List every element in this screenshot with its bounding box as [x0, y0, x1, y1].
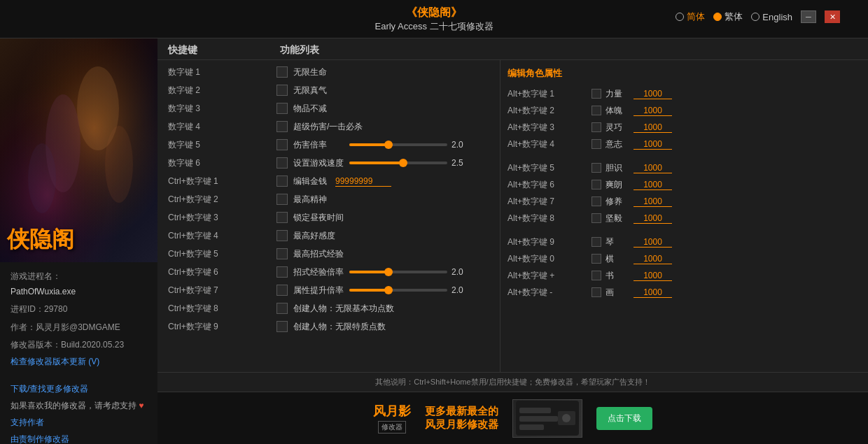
- attr-checkbox-4[interactable]: [592, 163, 601, 173]
- input-money[interactable]: [335, 176, 391, 187]
- attr-input-6[interactable]: [634, 196, 672, 207]
- slider-track-11[interactable]: [349, 271, 447, 273]
- attr-checkbox-6[interactable]: [592, 196, 601, 206]
- attr-checkbox-8[interactable]: [592, 237, 601, 247]
- attr-input-0[interactable]: [634, 89, 672, 99]
- checkbox-2[interactable]: [276, 103, 288, 114]
- checkbox-10[interactable]: [276, 248, 288, 259]
- attr-input-9[interactable]: [634, 254, 672, 264]
- slider-track-5[interactable]: [349, 162, 447, 164]
- key-2: 数字键 3: [168, 103, 276, 115]
- checkbox-8[interactable]: [276, 212, 288, 223]
- slider-container-12: 2.0: [349, 285, 469, 295]
- attr-key-8: Alt+数字键 9: [507, 236, 592, 248]
- attr-name-2: 灵巧: [606, 122, 634, 134]
- lang-english[interactable]: English: [751, 12, 792, 22]
- checkbox-11[interactable]: [276, 266, 288, 278]
- attr-name-1: 体魄: [606, 105, 634, 117]
- attr-input-7[interactable]: [634, 213, 672, 224]
- checkbox-4[interactable]: [276, 139, 288, 150]
- attr-input-11[interactable]: [634, 287, 672, 298]
- lang-traditional[interactable]: 繁体: [713, 10, 743, 23]
- func-7: 最高精神: [293, 194, 489, 206]
- attributes-panel: 编辑角色属性 Alt+数字键 1 力量 Alt+数字键 2 体魄 Alt+数字键…: [500, 60, 868, 372]
- svg-point-4: [28, 143, 56, 213]
- lang-simplified[interactable]: 简体: [676, 10, 705, 23]
- attr-row-11: Alt+数字键 - 画: [507, 284, 861, 301]
- attr-input-1[interactable]: [634, 106, 672, 116]
- link-download[interactable]: 下载/查找更多修改器: [10, 380, 147, 397]
- key-1: 数字键 2: [168, 85, 276, 96]
- feature-row-11: Ctrl+数字键 6 招式经验倍率 2.0: [158, 263, 500, 281]
- link-support-author[interactable]: 支持作者: [10, 414, 147, 431]
- attr-checkbox-10[interactable]: [592, 271, 601, 280]
- attr-checkbox-0[interactable]: [592, 89, 601, 99]
- attr-row-7: Alt+数字键 8 坚毅: [507, 210, 861, 227]
- attr-name-4: 胆识: [606, 162, 634, 174]
- attr-row-8: Alt+数字键 9 琴: [507, 234, 861, 250]
- attr-input-8[interactable]: [634, 237, 672, 248]
- main-content: 快捷键 功能列表 数字键 1 无限生命 数字键 2 无限真气 数字键 3 物品不…: [158, 38, 868, 444]
- checkbox-14[interactable]: [276, 321, 288, 332]
- pid-label: 进程ID：29780: [10, 302, 147, 317]
- ad-download-button[interactable]: 点击下载: [596, 407, 652, 430]
- attr-input-10[interactable]: [634, 271, 672, 281]
- attr-input-2[interactable]: [634, 122, 672, 133]
- minimize-button[interactable]: ─: [801, 10, 816, 23]
- attr-input-3[interactable]: [634, 139, 672, 150]
- close-button[interactable]: ✕: [825, 10, 840, 23]
- func-2: 物品不减: [293, 103, 489, 115]
- slider-track-4[interactable]: [349, 143, 447, 146]
- attr-checkbox-11[interactable]: [592, 287, 601, 297]
- checkbox-13[interactable]: [276, 303, 288, 314]
- attr-name-8: 琴: [606, 236, 634, 248]
- slider-value-11: 2.0: [451, 267, 469, 277]
- checkbox-3[interactable]: [276, 121, 288, 132]
- attr-checkbox-2[interactable]: [592, 122, 601, 132]
- attr-input-5[interactable]: [634, 180, 672, 190]
- attr-row-6: Alt+数字键 7 修养: [507, 193, 861, 210]
- attr-checkbox-3[interactable]: [592, 139, 601, 149]
- attr-name-11: 画: [606, 287, 634, 299]
- slider-track-12[interactable]: [349, 289, 447, 292]
- author-label: 作者：风灵月影@3DMGAME: [10, 320, 147, 336]
- attr-name-3: 意志: [606, 138, 634, 150]
- check-update[interactable]: 检查修改器版本更新 (V): [10, 355, 147, 370]
- slider-thumb-5: [399, 159, 407, 167]
- attr-key-7: Alt+数字键 8: [507, 213, 592, 224]
- app-title-main: 《侠隐阁》: [374, 6, 493, 20]
- checkbox-7[interactable]: [276, 194, 288, 205]
- feature-row-4: 数字键 5 伤害倍率 2.0: [158, 136, 500, 154]
- checkbox-6[interactable]: [276, 176, 288, 187]
- attr-checkbox-5[interactable]: [592, 180, 601, 189]
- ad-text-line1: 更多最新最全的: [425, 405, 498, 418]
- checkbox-9[interactable]: [276, 230, 288, 241]
- func-5: 设置游戏速度: [293, 157, 349, 169]
- radio-english: [751, 13, 760, 21]
- feature-row-2: 数字键 3 物品不减: [158, 99, 500, 117]
- attr-name-9: 棋: [606, 253, 634, 265]
- lang-english-label: English: [762, 12, 792, 22]
- version-label: 修改器版本：Build.2020.05.23: [10, 338, 147, 353]
- slider-value-4: 2.0: [451, 140, 469, 150]
- attr-input-4[interactable]: [634, 163, 672, 173]
- attr-row-2: Alt+数字键 3 灵巧: [507, 119, 861, 136]
- radio-simplified: [676, 13, 684, 21]
- svg-point-5: [105, 126, 133, 203]
- feature-row-14: Ctrl+数字键 9 创建人物：无限特质点数: [158, 317, 500, 336]
- checkbox-1[interactable]: [276, 85, 288, 96]
- attr-checkbox-7[interactable]: [592, 213, 601, 223]
- checkbox-12[interactable]: [276, 285, 288, 296]
- slider-container-4: 2.0: [349, 140, 469, 150]
- feature-row-12: Ctrl+数字键 7 属性提升倍率 2.0: [158, 281, 500, 299]
- checkbox-5[interactable]: [276, 157, 288, 169]
- attr-name-10: 书: [606, 270, 634, 282]
- slider-thumb-4: [384, 141, 393, 149]
- checkbox-0[interactable]: [276, 66, 288, 78]
- col-key-header: 快捷键: [168, 44, 280, 57]
- link-commission[interactable]: 由责制作修改器: [10, 431, 147, 444]
- attr-checkbox-9[interactable]: [592, 254, 601, 264]
- attr-checkbox-1[interactable]: [592, 106, 601, 115]
- sidebar-links: 下载/查找更多修改器 如果喜欢我的修改器，请考虑支持 ♥ 支持作者 由责制作修改…: [0, 377, 158, 444]
- attr-name-6: 修养: [606, 196, 634, 208]
